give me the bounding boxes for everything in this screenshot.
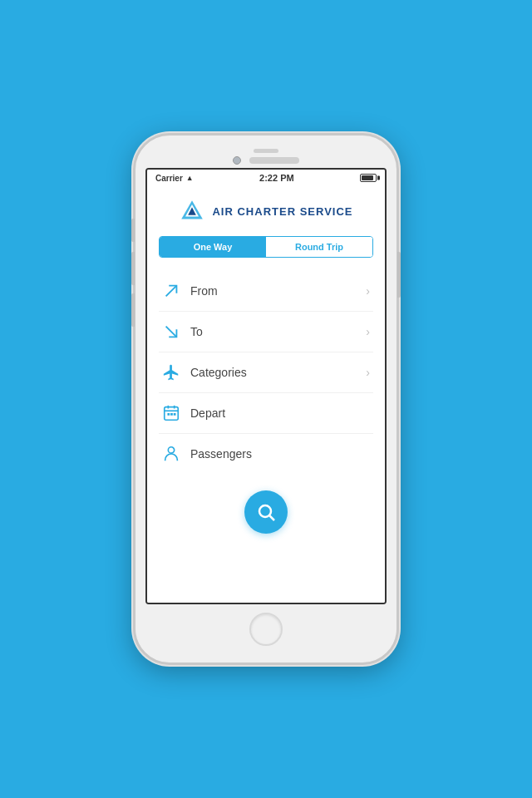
categories-label: Categories	[190, 366, 366, 379]
from-label: From	[190, 284, 366, 298]
search-btn-wrapper	[159, 490, 373, 534]
svg-line-3	[166, 286, 177, 297]
svg-line-14	[270, 516, 275, 521]
search-button[interactable]	[244, 490, 288, 534]
carrier-label: Carrier	[155, 174, 183, 183]
app-content: AIR CHARTER SERVICE One Way Round Trip F…	[147, 186, 385, 603]
person-icon	[162, 445, 180, 463]
phone-frame: Carrier ▲ 2:22 PM AIR CHAR	[133, 133, 399, 665]
logo-text: AIR CHARTER SERVICE	[212, 205, 352, 218]
svg-line-4	[166, 327, 177, 337]
screen: Carrier ▲ 2:22 PM AIR CHAR	[145, 168, 387, 604]
trip-type-toggle: One Way Round Trip	[159, 236, 373, 258]
status-time: 2:22 PM	[259, 173, 294, 183]
from-chevron: ›	[366, 284, 370, 298]
one-way-button[interactable]: One Way	[160, 237, 266, 257]
speaker-main	[249, 157, 299, 164]
svg-point-12	[168, 447, 174, 453]
home-btn-area	[249, 604, 283, 649]
side-button-power[interactable]	[397, 252, 401, 298]
svg-rect-11	[174, 413, 176, 416]
side-button-vol-up[interactable]	[131, 252, 135, 285]
from-row[interactable]: From ›	[159, 271, 373, 312]
depart-icon	[162, 282, 180, 300]
passengers-row[interactable]: Passengers	[159, 434, 373, 474]
side-button-vol-down[interactable]	[131, 293, 135, 327]
status-bar: Carrier ▲ 2:22 PM	[147, 170, 385, 186]
battery-icon	[360, 174, 377, 182]
side-button-mute[interactable]	[131, 219, 135, 242]
logo-section: AIR CHARTER SERVICE	[159, 195, 373, 224]
passengers-label: Passengers	[190, 447, 370, 461]
depart-label: Depart	[190, 406, 370, 420]
camera	[233, 156, 241, 165]
categories-chevron: ›	[366, 366, 370, 379]
plane-icon	[162, 363, 180, 382]
menu-list: From › To ›	[159, 271, 373, 474]
svg-rect-9	[167, 413, 170, 416]
phone-top	[145, 144, 387, 168]
to-chevron: ›	[366, 325, 370, 338]
to-row[interactable]: To ›	[159, 312, 373, 352]
svg-rect-10	[170, 413, 173, 416]
arrive-icon	[162, 323, 180, 341]
wifi-icon: ▲	[186, 174, 194, 182]
round-trip-button[interactable]: Round Trip	[266, 237, 372, 257]
categories-row[interactable]: Categories ›	[159, 352, 373, 393]
logo-icon	[179, 198, 205, 224]
calendar-icon	[162, 404, 180, 422]
to-label: To	[190, 325, 366, 338]
home-button[interactable]	[249, 613, 283, 646]
svg-point-13	[259, 505, 271, 517]
speaker-top	[254, 149, 278, 153]
depart-row[interactable]: Depart	[159, 393, 373, 434]
search-icon	[256, 502, 276, 522]
